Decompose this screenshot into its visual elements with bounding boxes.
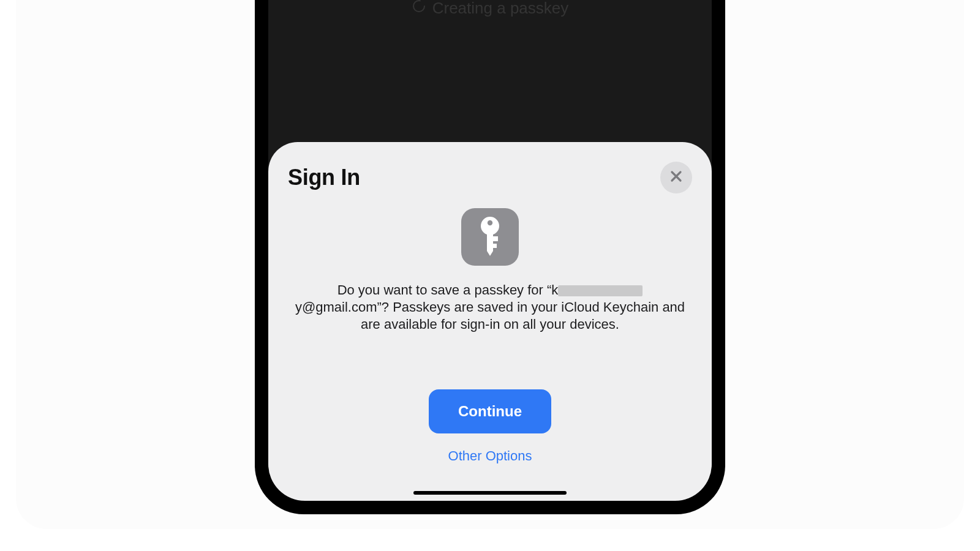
key-icon: [476, 216, 504, 258]
svg-point-1: [481, 217, 499, 235]
redacted-email-segment: [558, 285, 643, 296]
body-prefix: Do you want to save a passkey for “k: [337, 282, 559, 298]
close-button[interactable]: [660, 162, 692, 193]
svg-rect-5: [492, 236, 498, 241]
sheet-actions: Continue Other Options: [288, 389, 692, 464]
svg-rect-6: [492, 244, 497, 248]
continue-button[interactable]: Continue: [429, 389, 551, 433]
stage: Creating a passkey Sign In: [0, 0, 980, 551]
close-icon: [669, 170, 683, 186]
svg-point-2: [488, 220, 492, 225]
phone-screen: Creating a passkey Sign In: [268, 0, 712, 501]
body-email-suffix: y@gmail.com”?: [295, 299, 389, 315]
sheet-body-text: Do you want to save a passkey for “ky@gm…: [288, 282, 692, 333]
body-rest: Passkeys are saved in your iCloud Keycha…: [361, 299, 685, 332]
key-badge: [461, 208, 519, 266]
passkey-sheet: Sign In: [268, 142, 712, 501]
home-indicator[interactable]: [413, 491, 567, 495]
sheet-header: Sign In: [288, 162, 692, 193]
other-options-link[interactable]: Other Options: [448, 448, 532, 464]
sheet-title: Sign In: [288, 165, 360, 190]
phone-frame: Creating a passkey Sign In: [255, 0, 725, 514]
continue-label: Continue: [458, 403, 522, 419]
other-options-label: Other Options: [448, 448, 532, 463]
svg-rect-3: [487, 233, 493, 251]
svg-marker-4: [487, 251, 493, 256]
